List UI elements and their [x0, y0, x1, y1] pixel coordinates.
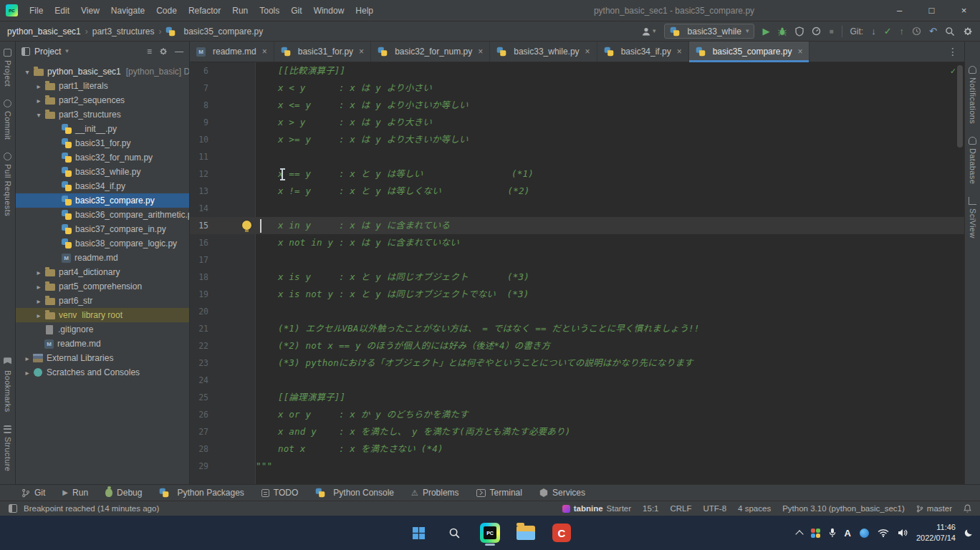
- toolwindow-run[interactable]: ▶ Run: [62, 488, 88, 498]
- toolwindow-git[interactable]: Git: [21, 488, 45, 498]
- minimize-button[interactable]: –: [883, 0, 916, 21]
- chevron-right-icon[interactable]: ▸: [33, 283, 44, 291]
- line-separator[interactable]: CRLF: [670, 504, 691, 513]
- editor-line[interactable]: 11: [190, 148, 964, 165]
- close-icon[interactable]: ×: [478, 47, 483, 57]
- git-commit-button[interactable]: ✓: [884, 26, 892, 36]
- tree-item-scratches[interactable]: ▸ Scratches and Consoles: [16, 365, 189, 380]
- close-icon[interactable]: ×: [677, 47, 682, 57]
- line-number[interactable]: 22: [190, 337, 208, 354]
- menu-code[interactable]: Code: [150, 0, 183, 21]
- menu-window[interactable]: Window: [308, 0, 350, 21]
- line-number[interactable]: 18: [190, 269, 208, 286]
- breadcrumb-folder[interactable]: part3_structures: [92, 26, 155, 37]
- indent-setting[interactable]: 4 spaces: [738, 504, 771, 513]
- notifications-bell-icon[interactable]: [964, 504, 971, 513]
- chevron-down-icon[interactable]: ▾: [33, 111, 44, 119]
- menu-help[interactable]: Help: [350, 0, 379, 21]
- run-button[interactable]: ▶: [762, 26, 769, 36]
- line-number[interactable]: 26: [190, 406, 208, 423]
- taskbar-clock[interactable]: 11:46 2022/07/14: [916, 522, 956, 544]
- tab-basic33[interactable]: basic33_while.py ×: [490, 42, 597, 62]
- line-number[interactable]: 25: [190, 389, 208, 406]
- tool-window-layout-icon[interactable]: [9, 504, 17, 513]
- menu-run[interactable]: Run: [226, 0, 254, 21]
- editor-line[interactable]: 6 [[比較演算子]]: [190, 62, 964, 79]
- tab-basic34[interactable]: basic34_if.py ×: [597, 42, 689, 62]
- editor-line[interactable]: 29 """: [190, 458, 964, 475]
- close-icon[interactable]: ×: [797, 47, 802, 57]
- rollback-button[interactable]: ↶: [929, 26, 937, 36]
- tool-button-database[interactable]: Database: [969, 137, 977, 184]
- editor-line[interactable]: 17: [190, 251, 964, 269]
- tree-item[interactable]: ▸ part1_literals: [16, 79, 189, 93]
- start-button[interactable]: [405, 518, 432, 547]
- code-editor[interactable]: 6 [[比較演算子]] 7 x < y : x は y より小さい 8 x <=…: [190, 62, 964, 484]
- toolwindow-terminal[interactable]: Terminal: [476, 488, 522, 498]
- line-number[interactable]: 14: [190, 200, 208, 217]
- intention-bulb-icon[interactable]: [242, 221, 251, 230]
- menu-refactor[interactable]: Refactor: [183, 0, 226, 21]
- line-number[interactable]: 16: [190, 234, 208, 251]
- line-number[interactable]: 27: [190, 423, 208, 440]
- chevron-right-icon[interactable]: ▸: [33, 312, 44, 319]
- microphone-icon[interactable]: [829, 528, 836, 538]
- chevron-right-icon[interactable]: ▸: [21, 354, 33, 362]
- tree-item[interactable]: basic34_if.py: [16, 179, 189, 193]
- inspection-ok-icon[interactable]: ✓: [951, 66, 956, 76]
- tool-button-commit[interactable]: Commit: [4, 100, 12, 140]
- tray-overflow-chevron-icon[interactable]: [795, 530, 803, 538]
- editor-line[interactable]: 7 x < y : x は y より小さい: [190, 79, 964, 97]
- menu-tools[interactable]: Tools: [254, 0, 285, 21]
- line-number[interactable]: 20: [190, 303, 208, 320]
- line-number[interactable]: 6: [190, 62, 208, 79]
- tab-readme[interactable]: readme.md ×: [190, 42, 274, 62]
- line-number[interactable]: 9: [190, 114, 208, 131]
- tab-options-icon[interactable]: ⋮: [941, 42, 964, 62]
- tray-app-icon[interactable]: [811, 529, 820, 538]
- line-number[interactable]: 13: [190, 183, 208, 200]
- editor-line[interactable]: 15 x in y : x は y に含まれている: [190, 217, 964, 234]
- editor-line[interactable]: 12 x == y : x と y は等しい (*1): [190, 165, 964, 183]
- maximize-button[interactable]: □: [916, 0, 948, 21]
- run-with-coverage-button[interactable]: [795, 26, 804, 37]
- tree-item[interactable]: basic31_for.py: [16, 136, 189, 150]
- editor-line[interactable]: 18 x is y : x と y は同じオブジェクト (*3): [190, 269, 964, 286]
- line-number[interactable]: 12: [190, 165, 208, 183]
- git-branch-widget[interactable]: master: [916, 504, 952, 513]
- menu-file[interactable]: File: [24, 0, 49, 21]
- tree-item[interactable]: basic38_compare_logic.py: [16, 236, 189, 251]
- tray-blue-app-icon[interactable]: [860, 529, 869, 538]
- chevron-right-icon[interactable]: ▸: [33, 97, 44, 105]
- editor-line[interactable]: 9 x > y : x は y より大きい: [190, 114, 964, 131]
- close-icon[interactable]: ×: [585, 47, 590, 57]
- tree-item-venv[interactable]: ▸ venv library root: [16, 308, 189, 322]
- caret-position[interactable]: 15:1: [643, 504, 658, 513]
- editor-scrollbar[interactable]: [957, 65, 963, 148]
- tool-button-pull-requests[interactable]: Pull Requests: [4, 153, 12, 216]
- line-number[interactable]: 19: [190, 286, 208, 303]
- tree-item[interactable]: __init__.py: [16, 122, 189, 136]
- history-button[interactable]: [912, 26, 921, 36]
- tool-button-bookmarks[interactable]: Bookmarks: [4, 357, 12, 412]
- menu-view[interactable]: View: [75, 0, 105, 21]
- tree-item[interactable]: basic33_while.py: [16, 165, 189, 179]
- editor-line[interactable]: 25 [[論理演算子]]: [190, 389, 964, 406]
- search-everywhere-button[interactable]: [945, 26, 955, 37]
- chevron-down-icon[interactable]: ▾: [65, 48, 69, 54]
- tree-item-external-libraries[interactable]: ▸ External Libraries: [16, 351, 189, 365]
- line-number[interactable]: 7: [190, 79, 208, 97]
- tree-item[interactable]: readme.md: [16, 251, 189, 265]
- tree-item[interactable]: .gitignore: [16, 322, 189, 337]
- line-number[interactable]: 15: [190, 217, 208, 234]
- editor-line[interactable]: 22 (*2) not x == y のほうが個人的には好み（後述*4）の書き方: [190, 337, 964, 354]
- tree-item[interactable]: ▸ part2_sequences: [16, 93, 189, 107]
- tool-button-structure[interactable]: Structure: [4, 425, 12, 471]
- toolwindow-todo[interactable]: TODO: [261, 488, 298, 498]
- python-interpreter[interactable]: Python 3.10 (python_basic_sec1): [782, 504, 905, 513]
- toolwindow-python-packages[interactable]: Python Packages: [159, 488, 244, 498]
- close-icon[interactable]: ×: [359, 47, 364, 57]
- tree-item[interactable]: ▸ part4_dictionary: [16, 265, 189, 279]
- tree-item[interactable]: basic37_compare_in.py: [16, 222, 189, 236]
- editor-line[interactable]: 10 x >= y : x は y より大きいか等しい: [190, 131, 964, 148]
